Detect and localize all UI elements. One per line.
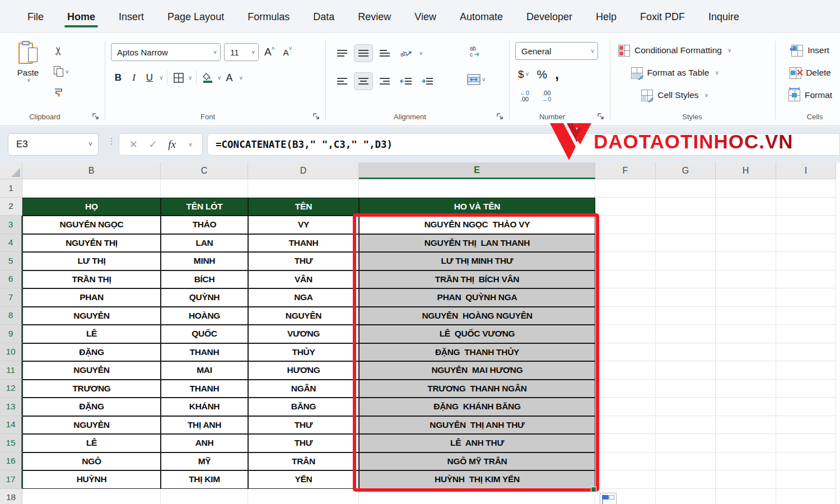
cell-C6[interactable]: BÍCH bbox=[161, 270, 248, 289]
name-box[interactable]: E3 ˅ bbox=[8, 133, 99, 156]
cell-B4[interactable]: NGUYỄN THỊ bbox=[22, 234, 161, 253]
cell-F4[interactable] bbox=[595, 234, 656, 253]
row-header-12[interactable]: 12 bbox=[0, 380, 22, 398]
cell-I15[interactable] bbox=[776, 434, 836, 452]
row-header-17[interactable]: 17 bbox=[0, 470, 22, 489]
column-header-D[interactable]: D bbox=[248, 162, 359, 179]
insert-function-button[interactable]: fx bbox=[168, 138, 176, 151]
cell-F2[interactable] bbox=[595, 198, 656, 216]
cell-H9[interactable] bbox=[716, 325, 776, 343]
cell-G18[interactable] bbox=[656, 489, 716, 504]
cell-E18[interactable] bbox=[359, 489, 595, 504]
cell-C18[interactable] bbox=[161, 489, 248, 504]
cell-G6[interactable] bbox=[656, 270, 716, 289]
cell-I6[interactable] bbox=[776, 270, 836, 289]
row-header-14[interactable]: 14 bbox=[0, 416, 22, 435]
row-header-18[interactable]: 18 bbox=[0, 489, 22, 504]
cell-G17[interactable] bbox=[656, 470, 716, 489]
tab-file[interactable]: File bbox=[16, 3, 55, 30]
cell-H8[interactable] bbox=[716, 307, 776, 325]
font-color-button[interactable]: A bbox=[222, 70, 237, 86]
clipboard-dialog-launcher-icon[interactable] bbox=[92, 113, 100, 120]
row-header-4[interactable]: 4 bbox=[0, 234, 22, 253]
cell-D17[interactable]: YẾN bbox=[248, 470, 359, 489]
column-header-B[interactable]: B bbox=[22, 162, 161, 179]
cell-C14[interactable]: THỊ ANH bbox=[161, 416, 248, 435]
align-middle-button[interactable] bbox=[354, 44, 373, 62]
row-header-9[interactable]: 9 bbox=[0, 325, 22, 343]
cell-G5[interactable] bbox=[656, 252, 716, 270]
cell-C7[interactable]: QUỲNH bbox=[161, 288, 248, 307]
cell-G1[interactable] bbox=[656, 179, 716, 198]
column-header-E[interactable]: E bbox=[359, 162, 595, 179]
format-as-table-button[interactable]: Format as Table˅ bbox=[618, 64, 731, 81]
enter-button[interactable]: ✓ bbox=[149, 138, 157, 151]
cell-C1[interactable] bbox=[161, 179, 248, 198]
cell-B8[interactable]: NGUYỄN bbox=[22, 307, 161, 325]
tab-foxit-pdf[interactable]: Foxit PDF bbox=[628, 3, 697, 30]
cell-G4[interactable] bbox=[656, 234, 716, 253]
column-header-H[interactable]: H bbox=[716, 162, 776, 179]
cell-F7[interactable] bbox=[595, 288, 656, 307]
row-header-1[interactable]: 1 bbox=[0, 179, 22, 198]
insert-cells-button[interactable]: Insert bbox=[788, 42, 832, 59]
cell-G14[interactable] bbox=[656, 416, 716, 435]
shrink-font-button[interactable]: A˅ bbox=[281, 44, 295, 60]
decrease-decimal-button[interactable]: .00→0 bbox=[539, 89, 553, 104]
cell-B13[interactable]: ĐẶNG bbox=[22, 398, 161, 416]
cell-B12[interactable]: TRƯƠNG bbox=[22, 380, 161, 398]
cell-E13[interactable]: ĐẶNG KHÁNH BĂNG bbox=[359, 398, 595, 416]
cell-G7[interactable] bbox=[656, 288, 716, 307]
tab-page-layout[interactable]: Page Layout bbox=[156, 3, 236, 30]
cell-G8[interactable] bbox=[656, 307, 716, 325]
align-bottom-button[interactable] bbox=[375, 44, 394, 62]
cell-H4[interactable] bbox=[716, 234, 776, 253]
cell-I13[interactable] bbox=[776, 398, 836, 416]
cell-F17[interactable] bbox=[595, 470, 656, 489]
select-all-button[interactable] bbox=[0, 162, 22, 179]
cell-B15[interactable]: LÊ bbox=[22, 434, 161, 452]
cell-E7[interactable]: PHAN QUỲNH NGA bbox=[359, 288, 595, 307]
cell-C4[interactable]: LAN bbox=[161, 234, 248, 253]
cell-C2[interactable]: TÊN LÓT bbox=[161, 198, 248, 216]
cell-F10[interactable] bbox=[595, 343, 656, 362]
cell-G10[interactable] bbox=[656, 343, 716, 362]
cell-C8[interactable]: HOÀNG bbox=[161, 307, 248, 325]
tab-automate[interactable]: Automate bbox=[448, 3, 515, 30]
autofill-options-button[interactable] bbox=[600, 493, 617, 504]
cell-D4[interactable]: THANH bbox=[248, 234, 359, 253]
cell-B16[interactable]: NGÔ bbox=[22, 452, 161, 471]
cell-B6[interactable]: TRẦN THỊ bbox=[22, 270, 161, 289]
cell-F16[interactable] bbox=[595, 452, 656, 471]
tab-inquire[interactable]: Inquire bbox=[697, 3, 751, 30]
cell-B14[interactable]: NGUYỄN bbox=[22, 416, 161, 435]
tab-home[interactable]: Home bbox=[55, 3, 107, 30]
cell-styles-button[interactable]: Cell Styles˅ bbox=[618, 87, 731, 104]
column-header-I[interactable]: I bbox=[776, 162, 836, 179]
cell-H11[interactable] bbox=[716, 361, 776, 380]
cell-E12[interactable]: TRƯƠNG THANH NGÂN bbox=[359, 380, 595, 398]
cell-I2[interactable] bbox=[776, 198, 836, 216]
cell-E3[interactable]: NGUYỄN NGỌC THẢO VY bbox=[359, 216, 595, 234]
cell-H15[interactable] bbox=[716, 434, 776, 452]
decrease-indent-button[interactable] bbox=[396, 72, 416, 90]
cell-D8[interactable]: NGUYÊN bbox=[248, 307, 359, 325]
cell-B11[interactable]: NGUYỄN bbox=[22, 361, 161, 380]
row-header-15[interactable]: 15 bbox=[0, 434, 22, 452]
cell-G16[interactable] bbox=[656, 452, 716, 471]
cut-button[interactable]: ✂ bbox=[52, 43, 66, 59]
cell-D6[interactable]: VÂN bbox=[248, 270, 359, 289]
cell-I18[interactable] bbox=[776, 489, 836, 504]
cell-H12[interactable] bbox=[716, 380, 776, 398]
format-painter-button[interactable] bbox=[52, 85, 66, 100]
cell-G12[interactable] bbox=[656, 380, 716, 398]
cell-I16[interactable] bbox=[776, 452, 836, 471]
alignment-dialog-launcher-icon[interactable] bbox=[496, 113, 504, 120]
cell-B17[interactable]: HUỲNH bbox=[22, 470, 161, 489]
cell-I4[interactable] bbox=[776, 234, 836, 253]
italic-button[interactable]: I bbox=[127, 70, 141, 86]
tab-help[interactable]: Help bbox=[584, 3, 628, 30]
format-cells-button[interactable]: Format bbox=[788, 87, 832, 104]
cell-I5[interactable] bbox=[776, 252, 836, 270]
cancel-button[interactable]: ✕ bbox=[129, 138, 138, 151]
